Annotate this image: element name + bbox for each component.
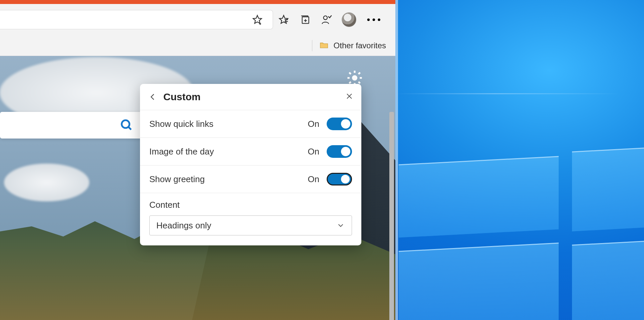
back-icon[interactable] — [148, 92, 157, 102]
setting-label: Image of the day — [149, 147, 214, 157]
setting-state: On — [308, 119, 319, 129]
collections-icon[interactable] — [294, 9, 316, 30]
window-accent-stripe — [0, 0, 395, 4]
content-select[interactable]: Headings only — [149, 215, 352, 235]
scrollbar-thumb[interactable] — [389, 112, 394, 320]
profile-avatar[interactable] — [342, 12, 356, 27]
search-icon — [120, 119, 133, 132]
windows-logo — [399, 107, 644, 320]
person-icon[interactable] — [316, 9, 337, 30]
chevron-down-icon — [336, 221, 345, 230]
setting-row-content: Content Headings only — [140, 193, 361, 245]
setting-label: Show greeting — [149, 174, 205, 184]
new-tab-content: Custom Show quick links On Image of the … — [0, 56, 395, 320]
page-settings-panel: Custom Show quick links On Image of the … — [140, 84, 361, 245]
svg-point-3 — [122, 120, 129, 128]
vertical-scrollbar[interactable] — [389, 112, 394, 317]
address-bar[interactable] — [0, 10, 273, 29]
other-favorites-button[interactable]: Other favorites — [334, 41, 386, 50]
svg-point-1 — [323, 16, 327, 20]
setting-row-quick-links: Show quick links On — [140, 110, 361, 138]
favorites-icon[interactable] — [273, 9, 294, 30]
toggle-quick-links[interactable] — [327, 118, 352, 130]
setting-state: On — [308, 174, 319, 184]
setting-label: Show quick links — [149, 119, 213, 129]
setting-row-show-greeting: Show greeting On — [140, 165, 361, 193]
window-right-edge — [395, 0, 398, 320]
content-select-value: Headings only — [156, 220, 211, 231]
content-label: Content — [149, 200, 352, 210]
panel-title: Custom — [163, 91, 201, 103]
favorites-bar: Other favorites — [0, 35, 395, 56]
favorites-divider — [312, 40, 312, 51]
folder-icon[interactable] — [319, 40, 329, 51]
svg-point-2 — [352, 76, 357, 80]
search-box[interactable] — [0, 112, 143, 139]
address-bar-row: ••• — [0, 4, 395, 35]
setting-state: On — [308, 147, 319, 157]
desktop-wallpaper — [395, 0, 644, 320]
close-icon[interactable] — [345, 92, 353, 102]
browser-window: ••• Other favorites Custom — [0, 0, 395, 320]
toggle-image-of-day[interactable] — [327, 145, 352, 158]
more-menu-icon[interactable]: ••• — [361, 14, 389, 25]
add-favorite-star-icon[interactable] — [247, 9, 268, 30]
toggle-show-greeting[interactable] — [327, 173, 352, 185]
setting-row-image-of-day: Image of the day On — [140, 138, 361, 165]
